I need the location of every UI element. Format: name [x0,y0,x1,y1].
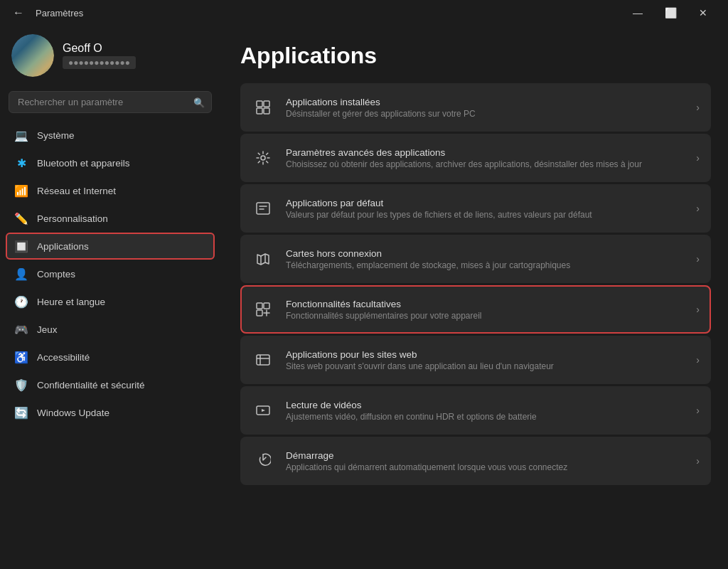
setting-icon-lecture-videos [252,399,274,422]
svg-rect-7 [264,303,269,309]
sidebar-item-comptes[interactable]: 👤 Comptes [6,260,215,287]
setting-desc-params-avances: Choisissez où obtenir des applications, … [286,159,685,169]
setting-icon-params-avances [252,147,274,169]
sidebar-item-jeux[interactable]: 🎮 Jeux [6,316,215,343]
svg-point-4 [261,156,265,160]
title-bar: ← Paramètres — ⬜ ✕ [0,0,728,26]
sidebar-item-bluetooth[interactable]: ✱ Bluetooth et appareils [6,149,215,176]
setting-item-apps-sites-web[interactable]: Applications pour les sites web Sites we… [240,336,711,384]
svg-rect-2 [257,108,262,114]
nav-icon-heure: 🕐 [14,294,28,309]
chevron-icon-demarrage: › [696,455,700,467]
nav-label-applications: Applications [37,241,89,252]
sidebar-item-systeme[interactable]: 💻 Système [6,122,215,149]
setting-desc-fonctionnalites: Fonctionnalités supplémentaires pour vot… [286,311,685,321]
setting-title-lecture-videos: Lecture de vidéos [286,400,685,410]
profile-section: Geoff O ●●●●●●●●●●●● [0,26,220,88]
sidebar-item-accessibilite[interactable]: ♿ Accessibilité [6,344,215,371]
setting-icon-apps-sites-web [252,349,274,371]
back-button[interactable]: ← [9,5,28,21]
setting-icon-demarrage [252,450,274,472]
nav-label-confidentialite: Confidentialité et sécurité [37,380,145,390]
sidebar-item-confidentialite[interactable]: 🛡️ Confidentialité et sécurité [6,371,215,398]
search-container: 🔍 [9,91,212,113]
setting-icon-apps-defaut [252,197,274,220]
nav-icon-applications: 🔲 [14,239,28,253]
setting-title-params-avances: Paramètres avancés des applications [286,147,685,158]
sidebar-item-personnalisation[interactable]: ✏️ Personnalisation [6,205,215,232]
setting-text-lecture-videos: Lecture de vidéos Ajustements vidéo, dif… [286,400,685,422]
setting-text-apps-installees: Applications installées Désinstaller et … [286,97,685,119]
close-button[interactable]: ✕ [687,2,719,23]
nav-label-comptes: Comptes [37,269,75,280]
setting-desc-apps-installees: Désinstaller et gérer des applications s… [286,109,685,119]
sidebar: Geoff O ●●●●●●●●●●●● 🔍 💻 Système ✱ Bluet… [0,26,220,569]
avatar-image [11,34,54,77]
setting-text-cartes-hors-connexion: Cartes hors connexion Téléchargements, e… [286,248,685,270]
svg-rect-11 [257,355,269,365]
nav-label-windows-update: Windows Update [37,408,109,418]
nav-icon-confidentialite: 🛡️ [14,378,28,392]
setting-title-apps-sites-web: Applications pour les sites web [286,349,685,360]
svg-rect-3 [264,108,269,114]
setting-item-apps-installees[interactable]: Applications installées Désinstaller et … [240,83,711,132]
sidebar-item-applications[interactable]: 🔲 Applications [6,233,215,260]
sidebar-item-windows-update[interactable]: 🔄 Windows Update [6,399,215,426]
setting-title-apps-installees: Applications installées [286,97,685,107]
sidebar-item-heure[interactable]: 🕐 Heure et langue [6,288,215,315]
profile-email: ●●●●●●●●●●●● [63,56,136,69]
setting-item-fonctionnalites[interactable]: Fonctionnalités facultatives Fonctionnal… [240,285,711,334]
chevron-icon-apps-installees: › [696,102,700,113]
app-container: Geoff O ●●●●●●●●●●●● 🔍 💻 Système ✱ Bluet… [0,26,728,569]
setting-icon-fonctionnalites [252,298,274,321]
setting-title-apps-defaut: Applications par défaut [286,198,685,208]
svg-rect-5 [257,203,269,214]
setting-text-fonctionnalites: Fonctionnalités facultatives Fonctionnal… [286,299,685,321]
window-controls: — ⬜ ✕ [621,2,719,23]
setting-item-cartes-hors-connexion[interactable]: Cartes hors connexion Téléchargements, e… [240,235,711,283]
setting-item-apps-defaut[interactable]: Applications par défaut Valeurs par défa… [240,184,711,233]
svg-rect-1 [264,101,269,107]
maximize-button[interactable]: ⬜ [654,2,687,23]
nav-icon-windows-update: 🔄 [14,405,28,420]
setting-icon-cartes-hors-connexion [252,248,274,270]
setting-text-params-avances: Paramètres avancés des applications Choi… [286,147,685,169]
svg-rect-6 [257,303,262,309]
setting-item-lecture-videos[interactable]: Lecture de vidéos Ajustements vidéo, dif… [240,386,711,435]
chevron-icon-lecture-videos: › [696,405,700,416]
nav-icon-bluetooth: ✱ [14,156,28,170]
nav-label-heure: Heure et langue [37,297,105,307]
settings-list: Applications installées Désinstaller et … [240,83,711,485]
search-input[interactable] [9,91,212,113]
sidebar-item-reseau[interactable]: 📶 Réseau et Internet [6,177,215,204]
avatar [11,34,54,77]
setting-desc-demarrage: Applications qui démarrent automatiqueme… [286,462,685,472]
nav-icon-accessibilite: ♿ [14,350,28,364]
nav-items: 💻 Système ✱ Bluetooth et appareils 📶 Rés… [0,119,220,569]
nav-label-bluetooth: Bluetooth et appareils [37,158,130,169]
setting-title-demarrage: Démarrage [286,450,685,461]
window-title: Paramètres [36,8,83,18]
svg-rect-8 [257,310,262,316]
setting-item-params-avances[interactable]: Paramètres avancés des applications Choi… [240,134,711,182]
setting-desc-apps-defaut: Valeurs par défaut pour les types de fic… [286,210,685,220]
setting-item-demarrage[interactable]: Démarrage Applications qui démarrent aut… [240,437,711,485]
minimize-button[interactable]: — [621,2,654,23]
setting-desc-lecture-videos: Ajustements vidéo, diffusion en continu … [286,412,685,422]
nav-label-systeme: Système [37,130,75,141]
profile-info: Geoff O ●●●●●●●●●●●● [63,42,136,69]
nav-label-jeux: Jeux [37,324,58,335]
nav-icon-comptes: 👤 [14,267,28,281]
chevron-icon-fonctionnalites: › [696,304,700,315]
profile-name: Geoff O [63,42,136,55]
chevron-icon-params-avances: › [696,152,700,164]
chevron-icon-apps-defaut: › [696,203,700,214]
content-area: Applications Applications installées Dés… [220,26,728,569]
nav-icon-jeux: 🎮 [14,322,28,336]
setting-text-apps-defaut: Applications par défaut Valeurs par défa… [286,198,685,220]
setting-icon-apps-installees [252,96,274,119]
nav-icon-systeme: 💻 [14,128,28,142]
nav-label-reseau: Réseau et Internet [37,186,116,196]
setting-desc-apps-sites-web: Sites web pouvant s'ouvrir dans une appl… [286,361,685,371]
title-bar-left: ← Paramètres [9,5,83,21]
